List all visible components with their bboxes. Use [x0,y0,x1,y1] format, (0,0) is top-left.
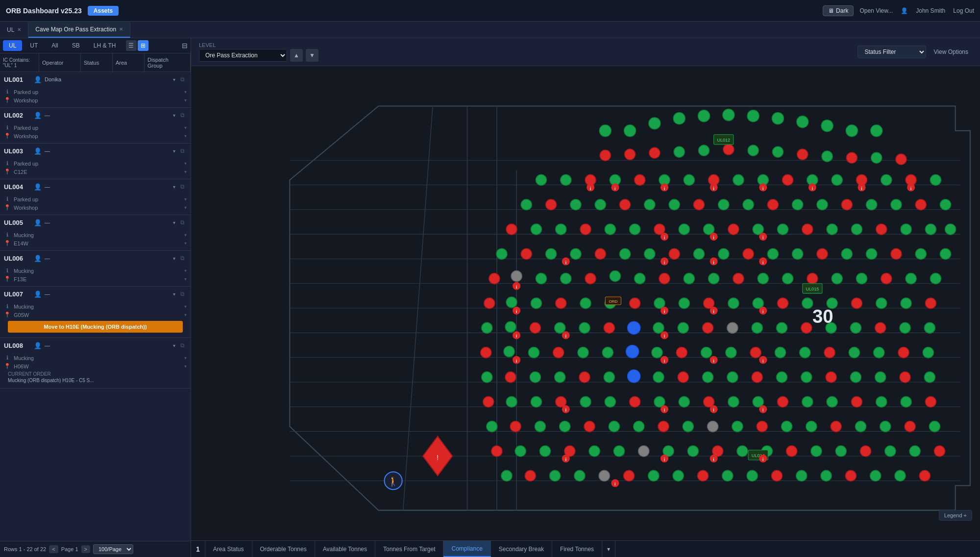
open-view-link[interactable]: Open View... [859,7,893,14]
svg-point-171 [875,322,886,333]
status-tab-more-button[interactable]: ▾ [602,541,615,557]
expand-icon-ul001[interactable]: ▾ [173,77,175,82]
level-select[interactable]: Ore Pass Extraction [199,49,287,62]
svg-point-25 [747,110,759,122]
sub-tab-ul[interactable]: UL [3,40,22,51]
status-expand-ul007[interactable]: ▾ [184,304,187,309]
svg-point-121 [585,273,596,284]
logout-link[interactable]: Log Out [953,7,974,14]
vehicle-header-ul007[interactable]: UL007 👤 — ▾ ⧉ [0,287,191,301]
sub-tab-sb[interactable]: SB [66,40,86,51]
svg-point-276 [673,470,684,481]
expand-icon-ul002[interactable]: ▾ [173,113,175,118]
sub-tab-lhth[interactable]: LH & TH [88,40,122,51]
expand-icon-ul003[interactable]: ▾ [173,148,175,154]
vehicle-header-ul004[interactable]: UL004 👤 — ▾ ⧉ [0,179,191,194]
svg-point-165 [727,322,738,333]
expand-icon-ul005[interactable]: ▾ [173,220,175,225]
vehicle-edit-ul001[interactable]: ⧉ [178,75,187,84]
grid-view-button[interactable]: ⊞ [138,40,148,51]
svg-point-267 [909,446,920,457]
area-expand-ul007[interactable]: ▾ [184,312,187,317]
dispatch-banner-ul007[interactable]: Move to H10E (Mucking (ORB dispatch)) [8,321,183,333]
level-down-button[interactable]: ▼ [306,49,318,62]
area-expand-ul006[interactable]: ▾ [184,276,187,282]
per-page-select[interactable]: 100/Page 50/Page 25/Page [93,544,133,554]
vehicle-edit-ul002[interactable]: ⧉ [178,111,187,120]
area-expand-ul008[interactable]: ▾ [184,363,187,369]
prev-page-button[interactable]: < [49,545,58,553]
svg-point-93 [851,224,862,235]
vehicle-edit-ul007[interactable]: ⧉ [178,290,187,298]
next-page-button[interactable]: > [81,545,90,553]
area-expand-ul002[interactable]: ▾ [184,133,187,139]
tab-ul[interactable]: UL ✕ [0,22,28,38]
tab-ul-close[interactable]: ✕ [17,27,21,32]
svg-point-82 [580,224,591,235]
vehicle-edit-ul003[interactable]: ⧉ [178,146,187,155]
status-expand-ul001[interactable]: ▾ [184,89,187,95]
vehicle-item-ul006: UL006 👤 — ▾ ⧉ ℹ Mucking ▾ 📍 F13E ▾ [0,251,191,287]
vehicle-header-ul006[interactable]: UL006 👤 — ▾ ⧉ [0,251,191,266]
area-expand-ul004[interactable]: ▾ [184,205,187,210]
svg-point-170 [850,322,861,333]
status-expand-ul002[interactable]: ▾ [184,125,187,130]
vehicle-header-ul002[interactable]: UL002 👤 — ▾ ⧉ [0,108,191,122]
filter-icon[interactable]: ⊟ [182,42,188,49]
area-expand-ul005[interactable]: ▾ [184,241,187,246]
cave-map-area[interactable]: UL012 UL014 UL015 ORD 30 🚶 ! [191,66,980,540]
svg-text:i: i [664,457,665,462]
legend-button[interactable]: Legend + [939,510,972,521]
status-expand-ul004[interactable]: ▾ [184,196,187,202]
vehicle-edit-ul004[interactable]: ⧉ [178,182,187,191]
vehicle-area-row-ul008: 📍 H06W ▾ [4,362,187,370]
svg-point-228 [876,396,887,407]
vehicle-header-ul001[interactable]: UL001 👤 Donika ▾ ⧉ [0,72,191,87]
assets-button[interactable]: Assets [88,6,119,16]
vehicle-id-ul006: UL006 [4,255,31,262]
vehicle-edit-ul005[interactable]: ⧉ [178,218,187,227]
view-options-button[interactable]: View Options [930,47,972,57]
area-expand-ul003[interactable]: ▾ [184,169,187,174]
vehicle-edit-ul006[interactable]: ⧉ [178,254,187,263]
svg-point-183 [701,347,711,358]
level-up-button[interactable]: ▲ [290,49,303,62]
vehicle-header-ul008[interactable]: UL008 👤 — ▾ ⧉ [0,338,191,353]
svg-point-112 [841,248,852,259]
svg-point-282 [821,470,832,481]
area-expand-ul001[interactable]: ▾ [184,97,187,103]
status-tab-orderable[interactable]: Orderable Tonnes [252,541,315,557]
dark-mode-button[interactable]: 🖥 Dark [823,5,854,16]
sub-tab-ut[interactable]: UT [24,40,44,51]
status-expand-ul005[interactable]: ▾ [184,232,187,238]
svg-point-115 [915,248,926,259]
tab-cave-map-close[interactable]: ✕ [119,26,123,32]
status-tab-compliance[interactable]: Compliance [443,541,490,557]
svg-text:i: i [516,359,517,363]
vehicle-header-ul005[interactable]: UL005 👤 — ▾ ⧉ [0,215,191,230]
status-tab-available[interactable]: Available Tonnes [315,541,375,557]
vehicle-edit-ul008[interactable]: ⧉ [178,341,187,350]
vehicle-status-row-ul001: ℹ Parked up ▾ [4,88,187,96]
status-expand-ul008[interactable]: ▾ [184,355,187,361]
user-name[interactable]: John Smith [916,7,945,14]
status-tab-area[interactable]: Area Status [205,541,252,557]
status-filter-select[interactable]: Status Filter [858,46,926,58]
expand-icon-ul004[interactable]: ▾ [173,184,175,190]
status-expand-ul006[interactable]: ▾ [184,268,187,273]
expand-icon-ul007[interactable]: ▾ [173,291,175,297]
tab-cave-map[interactable]: Cave Map Ore Pass Extraction ✕ [28,22,130,38]
status-tab-secondary[interactable]: Secondary Break [491,541,552,557]
list-view-button[interactable]: ☰ [126,40,137,51]
status-tab-tonnes-target[interactable]: Tonnes From Target [375,541,444,557]
status-tab-fired[interactable]: Fired Tonnes [552,541,602,557]
sub-tab-all[interactable]: All [46,40,64,51]
svg-point-232 [510,421,521,432]
status-expand-ul003[interactable]: ▾ [184,161,187,166]
svg-point-56 [832,174,842,185]
svg-point-64 [595,199,606,210]
svg-point-216 [580,396,591,407]
expand-icon-ul008[interactable]: ▾ [173,343,175,348]
vehicle-header-ul003[interactable]: UL003 👤 — ▾ ⧉ [0,144,191,158]
expand-icon-ul006[interactable]: ▾ [173,256,175,261]
